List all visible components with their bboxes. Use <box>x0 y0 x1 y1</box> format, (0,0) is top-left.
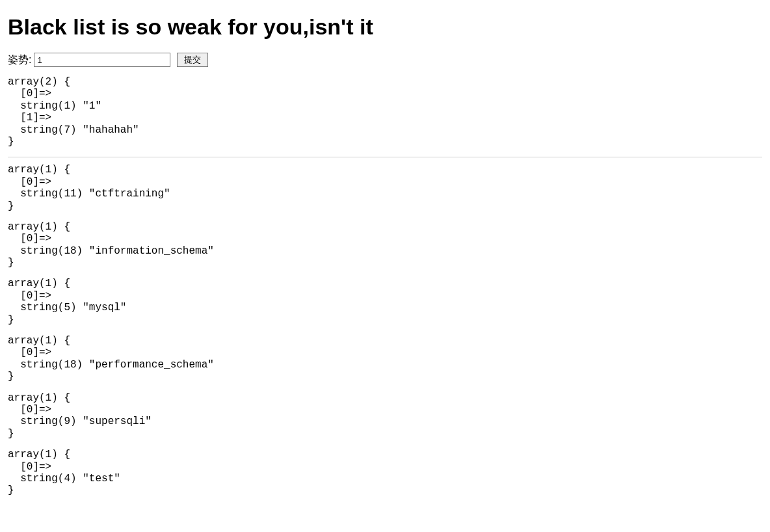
var-dump: array(1) { [0]=> string(5) "mysql" } <box>8 278 762 326</box>
var-dump: array(2) { [0]=> string(1) "1" [1]=> str… <box>8 76 762 148</box>
page-title: Black list is so weak for you,isn't it <box>8 14 762 40</box>
var-dump: array(1) { [0]=> string(18) "performance… <box>8 335 762 383</box>
result-dump-block: array(2) { [0]=> string(1) "1" [1]=> str… <box>8 76 762 148</box>
var-dump: array(1) { [0]=> string(18) "information… <box>8 221 762 269</box>
var-dump: array(1) { [0]=> string(11) "ctftraining… <box>8 164 762 212</box>
var-dump: array(1) { [0]=> string(9) "supersqli" } <box>8 392 762 440</box>
result-dump-block: array(1) { [0]=> string(11) "ctftraining… <box>8 164 762 496</box>
input-label: 姿势: <box>8 53 31 67</box>
var-dump: array(1) { [0]=> string(4) "test" } <box>8 449 762 497</box>
divider <box>8 157 762 157</box>
submit-button[interactable] <box>177 53 208 67</box>
query-input[interactable] <box>34 53 170 67</box>
query-form: 姿势: <box>8 53 762 67</box>
